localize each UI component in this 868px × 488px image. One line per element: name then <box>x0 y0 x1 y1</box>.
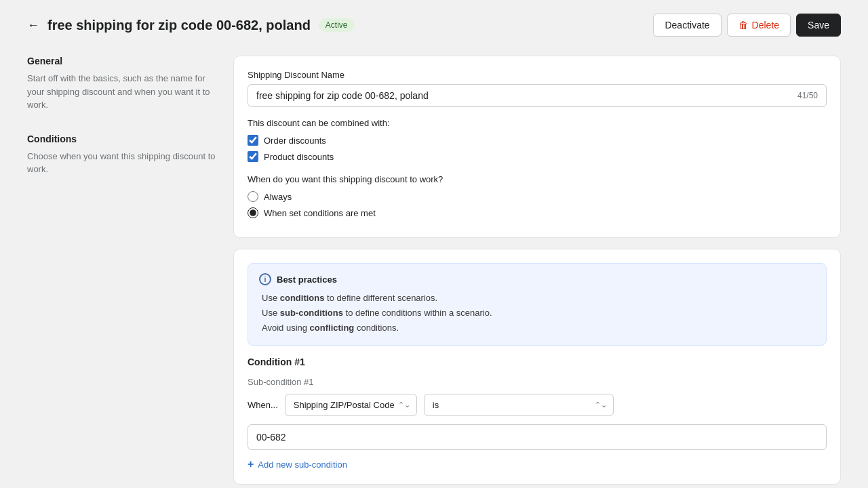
active-badge: Active <box>319 18 355 32</box>
info-icon: i <box>259 273 271 285</box>
general-sidebar-title: General <box>27 56 217 66</box>
best-practices-banner: i Best practices Use conditions to defin… <box>248 263 827 346</box>
best-practices-line2: Use sub-conditions to define conditions … <box>262 306 815 321</box>
conditions-sidebar-desc: Choose when you want this shipping disco… <box>27 150 217 176</box>
product-discounts-row: Product discounts <box>248 151 827 162</box>
conditions-sidebar-title: Conditions <box>27 134 217 144</box>
best-practices-line1: Use conditions to define different scena… <box>262 291 815 306</box>
when-row: When... Shipping ZIP/Postal Code ⌃⌄ is ⌃… <box>248 394 827 416</box>
always-label[interactable]: Always <box>264 192 292 202</box>
general-sidebar-section: General Start off with the basics, such … <box>27 56 217 112</box>
discount-name-field-wrapper: 41/50 <box>248 84 827 107</box>
operator-select[interactable]: is <box>424 394 614 416</box>
zip-select[interactable]: Shipping ZIP/Postal Code <box>285 394 417 416</box>
condition-value-input[interactable] <box>248 424 827 450</box>
main-content: Shipping Discount Name 41/50 This discou… <box>233 56 841 485</box>
content: General Start off with the basics, such … <box>27 56 841 485</box>
conditions-label[interactable]: When set conditions are met <box>264 208 376 218</box>
when-label: When... <box>248 400 278 410</box>
product-discounts-checkbox[interactable] <box>248 151 258 162</box>
sidebar: General Start off with the basics, such … <box>27 56 217 485</box>
sub-condition-label: Sub-condition #1 <box>248 377 827 387</box>
zip-select-wrapper: Shipping ZIP/Postal Code ⌃⌄ <box>285 394 417 416</box>
always-radio-row: Always <box>248 191 827 202</box>
plus-icon: + <box>248 458 254 470</box>
back-arrow[interactable]: ← <box>27 18 39 33</box>
save-button[interactable]: Save <box>796 14 841 37</box>
conditions-card: i Best practices Use conditions to defin… <box>233 249 841 485</box>
best-practices-list: Use conditions to define different scena… <box>259 291 815 336</box>
conditions-sidebar-section: Conditions Choose when you want this shi… <box>27 134 217 176</box>
header-left: ← free shipping for zip code 00-682, pol… <box>27 18 355 33</box>
always-radio[interactable] <box>248 191 258 202</box>
discount-name-input[interactable] <box>256 90 797 101</box>
conditions-radio[interactable] <box>248 207 258 218</box>
trash-icon: 🗑 <box>738 20 748 30</box>
header-actions: Deactivate 🗑 Delete Save <box>653 14 841 37</box>
best-practices-line3: Avoid using conflicting conditions. <box>262 321 815 336</box>
page-title: free shipping for zip code 00-682, polan… <box>47 18 311 33</box>
page-container: ← free shipping for zip code 00-682, pol… <box>0 0 868 488</box>
best-practices-header: i Best practices <box>259 273 815 285</box>
condition-title: Condition #1 <box>248 357 827 367</box>
order-discounts-checkbox[interactable] <box>248 135 258 146</box>
operator-select-wrapper: is ⌃⌄ <box>424 394 614 416</box>
order-discounts-label[interactable]: Order discounts <box>264 136 326 146</box>
discount-name-label: Shipping Discount Name <box>248 70 827 80</box>
product-discounts-label[interactable]: Product discounts <box>264 152 334 162</box>
deactivate-button[interactable]: Deactivate <box>653 14 721 37</box>
best-practices-title: Best practices <box>277 274 337 285</box>
delete-label: Delete <box>752 20 779 30</box>
conditions-radio-row: When set conditions are met <box>248 207 827 218</box>
char-count: 41/50 <box>797 91 818 100</box>
delete-button[interactable]: 🗑 Delete <box>727 14 791 37</box>
header: ← free shipping for zip code 00-682, pol… <box>27 14 841 37</box>
when-section-title: When do you want this shipping discount … <box>248 174 827 184</box>
combine-title: This discount can be combined with: <box>248 118 827 128</box>
add-sub-condition-label: Add new sub-condition <box>258 460 347 470</box>
order-discounts-row: Order discounts <box>248 135 827 146</box>
general-sidebar-desc: Start off with the basics, such as the n… <box>27 72 217 112</box>
add-sub-condition-button[interactable]: + Add new sub-condition <box>248 458 347 470</box>
general-card: Shipping Discount Name 41/50 This discou… <box>233 56 841 238</box>
